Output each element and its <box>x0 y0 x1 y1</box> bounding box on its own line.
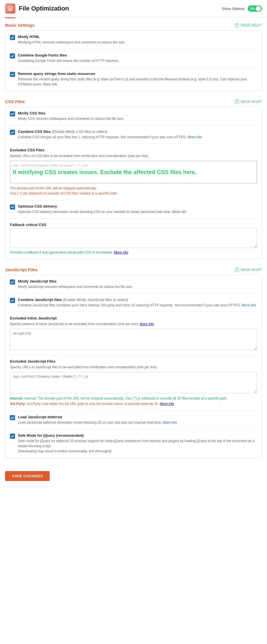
js-need-help-icon: ? <box>235 267 239 272</box>
optimize-css-row: Optimize CSS delivery Optimize CSS deliv… <box>5 200 262 219</box>
minify-html-desc: Minifying HTML removes whitespace and co… <box>18 40 125 45</box>
load-js-deferred-more-info-link[interactable]: More info <box>163 421 177 425</box>
combine-css-checkbox[interactable] <box>10 130 15 135</box>
toggle-on-text: ON <box>250 7 255 10</box>
remove-query-strings-checkbox[interactable] <box>10 72 15 77</box>
excluded-js-files-textarea[interactable] <box>10 372 257 393</box>
header-left: File Optimization <box>5 3 69 14</box>
excluded-js-files-label: Excluded JavaScript Files <box>10 359 257 363</box>
combine-google-fonts-desc: Combining Google Fonts will reduce the n… <box>18 58 119 63</box>
safe-mode-jquery-desc: Safe mode for jQuery for deferred JS ens… <box>18 438 257 454</box>
excluded-js-files-hint: Internal: Internal: The domain part of t… <box>10 396 257 407</box>
safe-mode-jquery-row: Safe Mode for jQuery (recommended) Safe … <box>5 429 262 458</box>
basic-settings-need-help-label: NEED HELP? <box>241 23 262 27</box>
combine-css-row: Combine CSS files (Enable Minify CSS fil… <box>5 126 262 144</box>
remove-query-strings-more-info-link[interactable]: More info <box>43 82 57 86</box>
minify-css-checkbox[interactable] <box>10 111 15 116</box>
excluded-inline-js-textarea[interactable] <box>10 329 257 350</box>
combine-js-label: Combine JavaScript files (Enable Minify … <box>18 298 256 302</box>
fallback-css-more-info-link[interactable]: More info <box>114 250 128 254</box>
combine-js-more-info-link[interactable]: More info <box>242 303 256 307</box>
combine-js-italic: (Enable Minify JavaScript files to selec… <box>63 298 128 302</box>
optimize-css-label: Optimize CSS delivery <box>18 204 186 208</box>
fallback-css-label: Fallback critical CSS <box>10 223 257 227</box>
show-sidebar-label: Show Sidebar <box>222 7 245 11</box>
combine-google-fonts-label: Combine Google Fonts files <box>18 53 119 57</box>
css-files-section: CSS Files ? NEED HELP? Minify CSS files <box>5 99 262 259</box>
basic-settings-card: Minify HTML Minifying HTML removes white… <box>5 30 262 91</box>
excluded-css-desc: Specify URLs of CSS files to be excluded… <box>10 153 257 158</box>
excluded-inline-js-section: Excluded Inline JavaScript Specify patte… <box>5 312 262 355</box>
remove-query-strings-label: Remove query strings from static resourc… <box>18 72 257 76</box>
excluded-css-hint1: The domain part of the URL will be strip… <box>10 186 257 196</box>
combine-js-checkbox[interactable] <box>10 298 15 303</box>
combine-js-content: Combine JavaScript files (Enable Minify … <box>18 298 256 308</box>
minify-css-row: Minify CSS files Minify CSS removes whit… <box>5 107 262 126</box>
combine-google-fonts-row: Combine Google Fonts files Combining Goo… <box>5 49 262 68</box>
combine-css-italic: (Enable Minify CSS files to select) <box>52 129 107 134</box>
combine-css-more-info-link[interactable]: More info <box>188 135 202 139</box>
fallback-css-hint: Provides a fallback if auto-generated cr… <box>10 250 257 255</box>
combine-css-content: Combine CSS files (Enable Minify CSS fil… <box>18 129 202 140</box>
optimize-css-desc: Optimize CSS delivery eliminates render-… <box>18 209 186 214</box>
minify-js-checkbox[interactable] <box>10 279 15 285</box>
excluded-js-more-info-link[interactable]: More info <box>160 402 174 406</box>
remove-query-strings-desc: Removes the version query string from st… <box>18 77 257 87</box>
excluded-css-warning: If minifying CSS creates issues. Exclude… <box>13 168 254 176</box>
basic-settings-section: Basic Settings ? NEED HELP? Minify HTML <box>5 23 262 91</box>
load-js-deferred-content: Load JavaScript deferred Load JavaScript… <box>18 415 177 425</box>
javascript-files-title: JavaScript Files <box>5 267 37 272</box>
javascript-files-header: JavaScript Files ? NEED HELP? <box>5 267 262 272</box>
excluded-inline-js-more-info-link[interactable]: More info <box>140 322 154 326</box>
minify-js-content: Minify JavaScript files Minify JavaScrip… <box>18 279 133 289</box>
excluded-js-files-section: Excluded JavaScript Files Specify URLs o… <box>5 355 262 411</box>
fallback-css-textarea[interactable] <box>10 228 257 248</box>
minify-html-row: Minify HTML Minifying HTML removes white… <box>5 31 262 49</box>
css-files-header: CSS Files ? NEED HELP? <box>5 99 262 104</box>
basic-settings-title: Basic Settings <box>5 23 34 28</box>
optimize-css-checkbox[interactable] <box>10 204 15 210</box>
safe-mode-jquery-checkbox[interactable] <box>10 434 15 439</box>
sidebar-toggle[interactable]: ON <box>248 5 262 12</box>
remove-query-strings-row: Remove query strings from static resourc… <box>5 68 262 91</box>
load-js-deferred-desc: Load JavaScript deferred eliminates rend… <box>18 420 177 425</box>
minify-css-label: Minify CSS files <box>18 111 124 115</box>
excluded-css-label: Excluded CSS Files <box>10 148 257 152</box>
minify-js-row: Minify JavaScript files Minify JavaScrip… <box>5 275 262 294</box>
load-js-deferred-row: Load JavaScript deferred Load JavaScript… <box>5 411 262 429</box>
excluded-js-hint-internal: Internal: Internal: The domain part of t… <box>10 396 228 400</box>
optimize-css-more-info-link[interactable]: More info <box>172 210 186 214</box>
combine-js-row: Combine JavaScript files (Enable Minify … <box>5 294 262 312</box>
combine-google-fonts-checkbox[interactable] <box>10 53 15 58</box>
need-help-icon: ? <box>235 23 239 28</box>
javascript-files-need-help[interactable]: ? NEED HELP? <box>235 267 262 272</box>
css-files-need-help[interactable]: ? NEED HELP? <box>235 99 262 104</box>
basic-settings-need-help[interactable]: ? NEED HELP? <box>235 23 262 28</box>
css-files-card: Minify CSS files Minify CSS removes whit… <box>5 107 262 259</box>
basic-settings-header: Basic Settings ? NEED HELP? <box>5 23 262 28</box>
css-files-need-help-label: NEED HELP? <box>241 100 262 104</box>
excluded-css-textarea-wrapper: /wp-content/plugins/some-plugin/(.*).css… <box>10 161 257 183</box>
excluded-inline-js-label: Excluded Inline JavaScript <box>10 316 257 320</box>
optimize-css-content: Optimize CSS delivery Optimize CSS deliv… <box>18 204 186 214</box>
combine-google-fonts-content: Combine Google Fonts files Combining Goo… <box>18 53 119 63</box>
header-right: Show Sidebar ON <box>222 5 262 12</box>
minify-html-checkbox[interactable] <box>10 35 15 40</box>
save-changes-button[interactable]: SAVE CHANGES <box>5 471 50 481</box>
combine-css-desc: Combine CSS merges all your files into 1… <box>18 135 202 140</box>
minify-css-desc: Minify CSS removes whitespace and commen… <box>18 116 124 121</box>
header: File Optimization Show Sidebar ON <box>0 0 267 17</box>
logo-svg <box>7 5 13 12</box>
safe-mode-jquery-italic: Deactivating may result in broken functi… <box>18 449 112 453</box>
toggle-knob <box>256 6 261 11</box>
javascript-files-need-help-label: NEED HELP? <box>241 268 262 272</box>
css-files-title: CSS Files <box>5 99 25 104</box>
excluded-css-field-section: Excluded CSS Files Specify URLs of CSS f… <box>5 144 262 200</box>
load-js-deferred-checkbox[interactable] <box>10 415 15 420</box>
minify-html-label: Minify HTML <box>18 35 125 39</box>
load-js-deferred-label: Load JavaScript deferred <box>18 415 177 419</box>
safe-mode-jquery-label: Safe Mode for jQuery (recommended) <box>18 433 257 438</box>
minify-css-content: Minify CSS files Minify CSS removes whit… <box>18 111 124 121</box>
page-title: File Optimization <box>19 5 69 12</box>
fallback-css-field-section: Fallback critical CSS Provides a fallbac… <box>5 219 262 259</box>
